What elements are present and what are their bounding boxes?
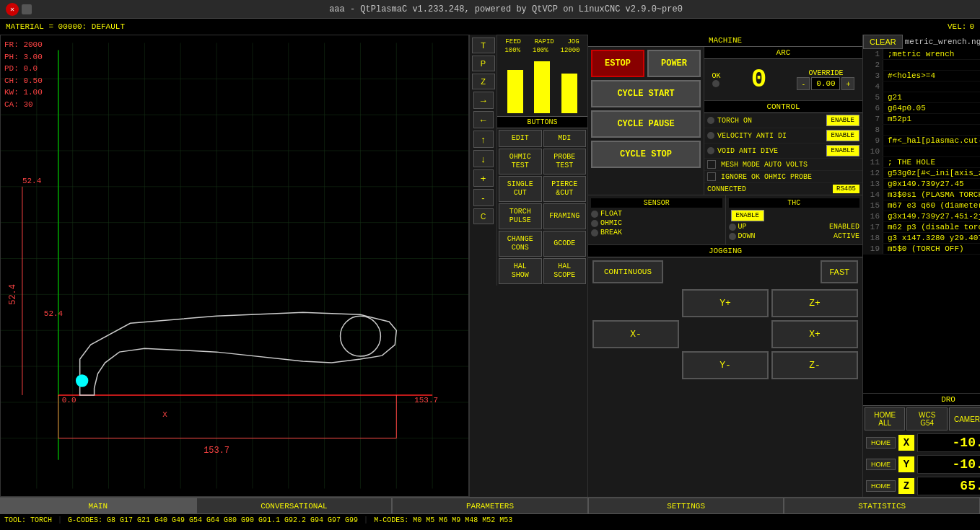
probe-test-button[interactable]: PROBETEST <box>543 149 587 175</box>
arc-override-controls: - 0.00 + <box>797 77 854 90</box>
code-line-1: 1;metric wrench <box>863 49 980 60</box>
jog-label: JOG <box>567 38 579 45</box>
x-plus-button[interactable]: X+ <box>771 320 858 348</box>
line-number: 9 <box>863 136 883 146</box>
plus-button[interactable]: + <box>473 169 494 187</box>
line-number: 3 <box>863 71 883 81</box>
power-button[interactable]: POWER <box>647 50 701 77</box>
line-number: 6 <box>863 103 883 113</box>
cycle-pause-button[interactable]: CYCLE PAUSE <box>591 110 701 138</box>
cycle-start-button[interactable]: CYCLE START <box>591 80 701 107</box>
override-minus-button[interactable]: - <box>797 77 810 90</box>
line-code: ;metric wrench <box>883 49 958 59</box>
fast-button[interactable]: FAST <box>821 260 858 283</box>
feed-bars <box>499 56 586 113</box>
home-x-button[interactable]: HOME <box>866 437 896 449</box>
edit-button[interactable]: EDIT <box>499 130 542 147</box>
code-line-14: 14m3$0s1 (PLASMA TORCH ON) <box>863 190 980 200</box>
z-minus-button[interactable]: Z- <box>771 351 858 379</box>
z-axis-label: Z <box>898 478 914 494</box>
tab-main[interactable]: MAIN <box>0 498 196 514</box>
feed-val: 100% <box>504 47 520 54</box>
p-button[interactable]: P <box>472 56 495 71</box>
connected-row: CONNECTED RS485 <box>704 183 862 195</box>
material-bar: MATERIAL = 00000: DEFAULT VEL: 0 <box>0 19 980 35</box>
home-all-button[interactable]: HOME ALL <box>865 407 905 430</box>
canvas-area: FR: 2000 PH: 3.00 PD: 0.0 CH: 0.50 KW: 1… <box>0 35 469 497</box>
void-enable-button[interactable]: ENABLE <box>826 145 859 156</box>
up-led <box>729 224 736 231</box>
clear-button[interactable]: CLEAR <box>863 35 903 49</box>
down-arrow-button[interactable]: ↓ <box>473 150 494 167</box>
gcode-button[interactable]: GCODE <box>543 231 587 257</box>
mesh-checkbox[interactable] <box>707 160 716 169</box>
svg-text:52.4: 52.4 <box>44 309 64 318</box>
up-label: UP <box>738 223 747 231</box>
pierce-cut-button[interactable]: PIERCE&CUT <box>543 176 587 202</box>
override-plus-button[interactable]: + <box>841 77 854 90</box>
t-button[interactable]: T <box>472 37 495 53</box>
feed-bar-area: FEED RAPID JOG 100% 100% 12000 <box>497 35 587 116</box>
close-button[interactable]: ✕ <box>6 3 19 16</box>
torch-enable-button[interactable]: ENABLE <box>826 115 859 126</box>
left-arrow-button[interactable]: ← <box>473 111 494 128</box>
change-cons-button[interactable]: CHANGECONS <box>499 231 542 257</box>
up-arrow-button[interactable]: ↑ <box>473 131 494 148</box>
hal-scope-button[interactable]: HALSCOPE <box>543 258 587 284</box>
dro-top-row: HOME ALL WCSG54 CAMERA X0Y0 <box>863 406 980 432</box>
title-bar: ✕ aaa - QtPlasmaC v1.233.248, powered by… <box>0 0 980 19</box>
z-button[interactable]: Z <box>472 74 495 89</box>
mdi-button[interactable]: MDI <box>543 130 587 147</box>
mcodes-status: M-CODES: M0 M5 M6 M9 M48 M52 M53 <box>374 516 512 528</box>
torch-pulse-button[interactable]: TORCHPULSE <box>499 203 542 229</box>
feed-label: FEED <box>505 38 521 45</box>
down-row: DOWN ACTIVE <box>729 232 860 240</box>
home-z-button[interactable]: HOME <box>866 480 896 492</box>
y-minus-button[interactable]: Y- <box>682 351 769 379</box>
tab-conversational[interactable]: CONVERSATIONAL <box>196 498 393 514</box>
ohmic-test-button[interactable]: OHMICTEST <box>499 149 542 175</box>
override-label: OVERRIDE <box>808 69 843 77</box>
line-number: 5 <box>863 92 883 102</box>
ignore-checkbox[interactable] <box>707 172 716 181</box>
thc-enable-button[interactable]: ENABLE <box>731 210 764 221</box>
line-number: 2 <box>863 60 883 70</box>
hal-show-button[interactable]: HALSHOW <box>499 258 542 284</box>
code-editor[interactable]: 1;metric wrench23#<holes>=445g216g64p0.0… <box>863 49 980 393</box>
single-cut-button[interactable]: SINGLECUT <box>499 176 542 202</box>
line-code: g3 x147.3280 y29.4073 i-2.00 <box>883 233 980 243</box>
code-line-17: 17m62 p3 (disable torch) <box>863 222 980 233</box>
framing-button[interactable]: FRAMING <box>543 203 587 229</box>
gcodes-status: G-CODES: G8 G17 G21 G40 G49 G54 G64 G80 … <box>68 516 358 528</box>
camera-button[interactable]: CAMERA <box>949 407 980 430</box>
z-plus-button[interactable]: Z+ <box>771 289 858 317</box>
minus-button[interactable]: - <box>473 189 494 206</box>
wcs-g54-button[interactable]: WCSG54 <box>906 407 947 430</box>
continuous-button[interactable]: CONTINUOUS <box>592 260 663 283</box>
estop-button[interactable]: ESTOP <box>591 50 644 77</box>
tab-statistics[interactable]: STATISTICS <box>784 498 980 514</box>
x-value: -10.000 <box>917 433 980 452</box>
break-row: BREAK <box>591 229 722 237</box>
tab-settings[interactable]: SETTINGS <box>588 498 784 514</box>
arc-override: OVERRIDE - 0.00 + <box>797 69 854 90</box>
code-line-3: 3#<holes>=4 <box>863 71 980 81</box>
right-arrow-button[interactable]: → <box>473 92 494 109</box>
line-number: 19 <box>863 244 883 254</box>
code-line-13: 13g0x149.739y27.45 <box>863 179 980 190</box>
vel-label: VEL: <box>948 22 966 31</box>
line-code: f#<_hal[plasmac.cut-feed-rate <box>883 136 980 146</box>
velocity-enable-button[interactable]: ENABLE <box>826 130 859 141</box>
c-button[interactable]: C <box>473 208 494 224</box>
x-minus-button[interactable]: X- <box>592 320 679 348</box>
feed-labels: FEED RAPID JOG <box>499 38 586 45</box>
fr-info: FR: 2000 <box>4 39 43 51</box>
cycle-stop-button[interactable]: CYCLE STOP <box>591 141 701 168</box>
y-plus-button[interactable]: Y+ <box>682 289 769 317</box>
line-code: g53g0z[#<_ini[axis_z]max_limi <box>883 168 980 178</box>
minimize-button[interactable] <box>22 4 32 14</box>
home-y-button[interactable]: HOME <box>866 459 896 470</box>
code-line-10: 10 <box>863 146 980 157</box>
line-code: g21 <box>883 92 906 102</box>
tab-parameters[interactable]: PARAMETERS <box>392 498 588 514</box>
